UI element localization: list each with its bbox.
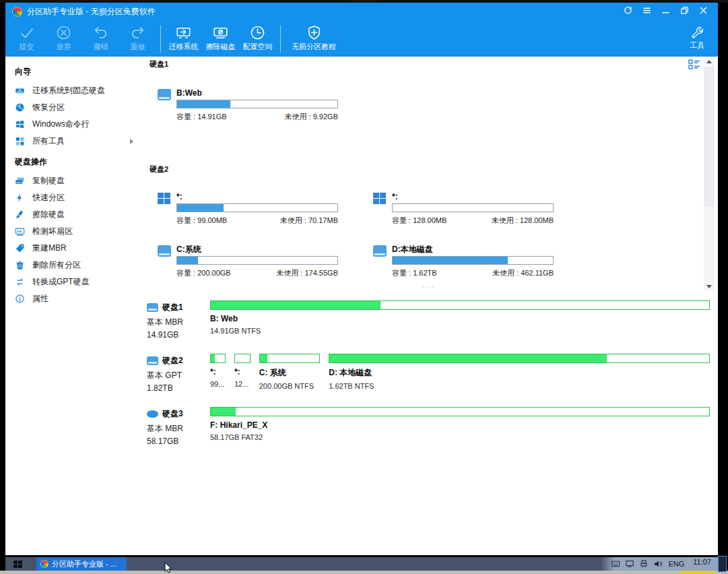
partition-card-B:Web[interactable]: B:Web容量 : 14.91GB未使用 : 9.92GB bbox=[158, 88, 338, 122]
sidebar-item-删除所有分区[interactable]: 删除所有分区 bbox=[15, 257, 140, 274]
taskbar-app-button[interactable]: 分区助手专业版 - ... bbox=[36, 557, 127, 571]
view-toggle-button[interactable] bbox=[688, 59, 700, 70]
menu-button[interactable] bbox=[638, 5, 655, 18]
sidebar-item-擦除硬盘[interactable]: 擦除硬盘 bbox=[15, 206, 140, 223]
sidebar-item-转换成GPT硬盘[interactable]: 转换成GPT硬盘 bbox=[15, 274, 140, 290]
map-partition-B: Web[interactable]: B: Web14.91GB NTFS bbox=[210, 300, 710, 335]
sidebar-item-label: 快速分区 bbox=[32, 192, 65, 203]
drive-icon bbox=[158, 89, 171, 100]
tag-icon bbox=[15, 243, 25, 253]
sidebar-item-迁移系统到固态硬盘[interactable]: 迁移系统到固态硬盘 bbox=[15, 82, 140, 99]
toolbar-button-迁移系统[interactable]: 迁移系统 bbox=[165, 22, 202, 52]
partition-card-C:系统[interactable]: C:系统容量 : 200.00GB未使用 : 174.55GB bbox=[158, 245, 338, 278]
partition-bar-region: *:99...*:12...C: 系统200.00GB NTFSD: 本地磁盘1… bbox=[210, 354, 710, 390]
panel-splitter[interactable]: ··· bbox=[140, 283, 718, 292]
unused-text: 未使用 : 174.55GB bbox=[276, 268, 338, 278]
map-partition-fill bbox=[211, 301, 380, 309]
map-partition-C: 系统[interactable]: C: 系统200.00GB NTFS bbox=[259, 354, 320, 390]
sidebar-item-检测坏扇区[interactable]: 检测坏扇区 bbox=[15, 223, 140, 240]
toolbar-button-无损分区教程[interactable]: 无损分区教程 bbox=[285, 22, 343, 52]
refresh-button[interactable] bbox=[620, 5, 636, 18]
minimize-icon bbox=[661, 5, 670, 18]
toolbar-button-放弃[interactable]: 放弃 bbox=[45, 22, 82, 52]
partition-name: C:系统 bbox=[176, 245, 338, 254]
sidebar: 向导迁移系统到固态硬盘恢复分区Windows命令行所有工具硬盘操作复制硬盘快速分… bbox=[5, 57, 140, 555]
toolbar-button-重做[interactable]: 重做 bbox=[119, 22, 156, 52]
toolbar-button-提交[interactable]: 提交 bbox=[8, 22, 45, 52]
speaker-icon[interactable] bbox=[654, 560, 662, 568]
sidebar-section-title: 向导 bbox=[15, 66, 140, 77]
tools-label: 工具 bbox=[690, 40, 704, 51]
disk-map-row-硬盘1[interactable]: 硬盘1基本 MBR14.91GBB: Web14.91GB NTFS bbox=[140, 300, 718, 350]
map-partition-detail: 14.91GB NTFS bbox=[210, 327, 710, 335]
menu-icon bbox=[642, 5, 651, 18]
map-partition-D: 本地磁盘[interactable]: D: 本地磁盘1.62TB NTFS bbox=[329, 354, 710, 390]
taskbar-app-label: 分区助手专业版 - ... bbox=[52, 559, 117, 569]
unused-text: 未使用 : 9.92GB bbox=[285, 112, 338, 122]
close-button[interactable] bbox=[695, 5, 711, 18]
disk-name: 硬盘3 bbox=[162, 408, 183, 420]
toolbar-button-label: 重做 bbox=[131, 42, 145, 52]
toolbar-button-撤销[interactable]: 撤销 bbox=[82, 22, 119, 52]
clock-time[interactable]: 11:07 bbox=[693, 558, 711, 566]
toolbar-separator bbox=[280, 26, 281, 53]
language-indicator[interactable]: ENG bbox=[668, 560, 684, 568]
map-partition-*:[interactable]: *:99... bbox=[210, 354, 226, 390]
map-partition-detail: 12... bbox=[234, 380, 251, 388]
partition-bar-region: F: Hikari_PE_X58.17GB FAT32 bbox=[210, 407, 710, 441]
map-partition-F: Hikari_PE_X[interactable]: F: Hikari_PE_X58.17GB FAT32 bbox=[210, 407, 710, 441]
minimize-button[interactable] bbox=[657, 5, 673, 18]
scrollbar[interactable] bbox=[704, 57, 715, 291]
map-partition-label: D: 本地磁盘 bbox=[329, 367, 710, 379]
usage-bar-fill bbox=[177, 100, 230, 108]
toolbar-button-label: 配置空间 bbox=[243, 42, 273, 52]
scan-sector-icon bbox=[15, 226, 25, 236]
disk-map-row-硬盘2[interactable]: 硬盘2基本 GPT1.82TB*:99...*:12...C: 系统200.00… bbox=[140, 354, 718, 404]
sidebar-item-恢复分区[interactable]: 恢复分区 bbox=[15, 99, 140, 116]
partition-name: *: bbox=[392, 192, 554, 201]
sidebar-item-属性[interactable]: 属性 bbox=[15, 290, 140, 307]
sidebar-section-title: 硬盘操作 bbox=[15, 156, 140, 168]
copy-disk-icon bbox=[15, 176, 25, 186]
window-controls bbox=[620, 5, 711, 18]
usb-icon[interactable] bbox=[640, 560, 648, 568]
restore-button[interactable] bbox=[676, 5, 692, 18]
sidebar-item-快速分区[interactable]: 快速分区 bbox=[15, 189, 140, 206]
keyboard-icon[interactable] bbox=[611, 560, 620, 568]
disk-name: 硬盘1 bbox=[162, 302, 183, 313]
map-partition-fill bbox=[260, 354, 268, 362]
system-tray: ENG 11:07 bbox=[601, 557, 718, 571]
disk-map-row-硬盘3[interactable]: 硬盘3基本 MBR58.17GBF: Hikari_PE_X58.17GB FA… bbox=[140, 407, 718, 457]
app-logo-icon bbox=[40, 560, 48, 568]
map-partition-label: F: Hikari_PE_X bbox=[210, 420, 710, 430]
screen: 分区助手专业版 - 无损分区免费软件 提交放弃撤销重做迁移系统擦除磁盘配置空间无… bbox=[0, 0, 728, 574]
map-partition-fill bbox=[329, 354, 607, 362]
partition-card-*:[interactable]: *:容量 : 128.00MB未使用 : 128.00MB bbox=[373, 192, 554, 226]
map-partition-label: B: Web bbox=[210, 314, 710, 323]
app-window: 分区助手专业版 - 无损分区免费软件 提交放弃撤销重做迁移系统擦除磁盘配置空间无… bbox=[5, 3, 718, 555]
display-icon[interactable] bbox=[626, 560, 634, 568]
disk-type: 基本 GPT bbox=[147, 370, 209, 381]
toolbar-button-擦除磁盘[interactable]: 擦除磁盘 bbox=[202, 22, 239, 52]
scrollbar-thumb[interactable] bbox=[704, 67, 714, 206]
unused-text: 未使用 : 70.17MB bbox=[280, 216, 338, 226]
sidebar-item-Windows命令行[interactable]: Windows命令行 bbox=[15, 116, 140, 133]
partition-card-*:[interactable]: *:容量 : 99.00MB未使用 : 70.17MB bbox=[158, 192, 338, 226]
disk-type: 基本 MBR bbox=[147, 423, 209, 435]
sidebar-item-复制硬盘[interactable]: 复制硬盘 bbox=[15, 172, 140, 189]
sidebar-item-所有工具[interactable]: 所有工具 bbox=[15, 133, 140, 150]
usb-disk-icon bbox=[147, 410, 158, 418]
wipe-disk-icon bbox=[212, 24, 229, 41]
scroll-up-button[interactable] bbox=[704, 57, 715, 66]
start-button[interactable] bbox=[5, 557, 30, 571]
toolbar-button-配置空间[interactable]: 配置空间 bbox=[239, 22, 276, 52]
map-partition-*:[interactable]: *:12... bbox=[234, 354, 251, 390]
disk-info[interactable]: 硬盘3基本 MBR58.17GB bbox=[147, 408, 209, 446]
partition-card-D:本地磁盘[interactable]: D:本地磁盘容量 : 1.62TB未使用 : 462.11GB bbox=[373, 245, 554, 278]
disk-info[interactable]: 硬盘2基本 GPT1.82TB bbox=[147, 355, 209, 393]
sidebar-item-重建MBR[interactable]: 重建MBR bbox=[15, 240, 140, 257]
disk-info[interactable]: 硬盘1基本 MBR14.91GB bbox=[147, 302, 209, 340]
disk-size: 1.82TB bbox=[147, 383, 209, 393]
tools-button[interactable]: 工具 bbox=[682, 22, 713, 51]
map-partition-fill bbox=[211, 408, 236, 416]
